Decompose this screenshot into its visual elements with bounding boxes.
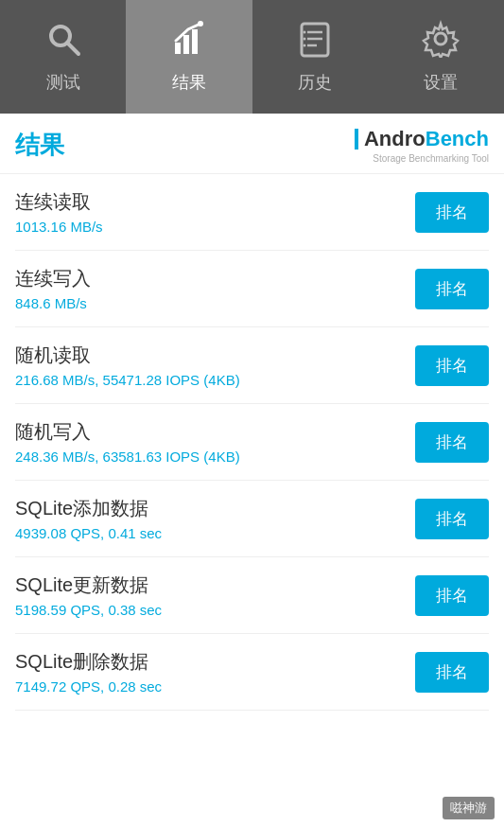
brand-name-andro: Andro [364, 127, 426, 150]
result-info: 连续读取 1013.16 MB/s [15, 189, 404, 235]
svg-point-13 [435, 33, 446, 44]
nav-item-history[interactable]: 历史 [252, 0, 378, 114]
page-title: 结果 [15, 129, 64, 162]
result-value: 216.68 MB/s, 55471.28 IOPS (4KB) [15, 372, 404, 388]
page-header: 结果 AndroBench Storage Benchmarking Tool [0, 114, 504, 174]
brand-accent [355, 129, 358, 150]
nav-label-results: 结果 [172, 71, 206, 94]
result-info: 连续写入 848.6 MB/s [15, 266, 404, 311]
result-item: 连续写入 848.6 MB/s 排名 [15, 251, 489, 327]
result-value: 4939.08 QPS, 0.41 sec [15, 525, 404, 541]
result-item: SQLite更新数据 5198.59 QPS, 0.38 sec 排名 [15, 557, 489, 634]
result-info: SQLite添加数据 4939.08 QPS, 0.41 sec [15, 496, 404, 541]
result-name: 连续写入 [15, 266, 404, 291]
result-name: SQLite更新数据 [15, 572, 404, 598]
history-icon [296, 20, 334, 63]
nav-item-test[interactable]: 测试 [0, 0, 126, 114]
result-value: 7149.72 QPS, 0.28 sec [15, 678, 404, 695]
brand-name: AndroBench [364, 127, 489, 151]
search-icon [44, 20, 82, 63]
chart-icon [170, 20, 208, 63]
results-list: 连续读取 1013.16 MB/s 排名 连续写入 848.6 MB/s 排名 … [0, 174, 504, 711]
result-item: 连续读取 1013.16 MB/s 排名 [15, 174, 489, 251]
result-value: 848.6 MB/s [15, 295, 404, 311]
svg-point-5 [198, 21, 203, 26]
result-value: 1013.16 MB/s [15, 219, 404, 235]
brand-tagline: Storage Benchmarking Tool [355, 153, 489, 164]
result-name: SQLite添加数据 [15, 496, 404, 521]
brand-logo: AndroBench Storage Benchmarking Tool [355, 127, 489, 164]
rank-button[interactable]: 排名 [415, 345, 489, 386]
result-item: 随机写入 248.36 MB/s, 63581.63 IOPS (4KB) 排名 [15, 404, 489, 481]
result-name: 连续读取 [15, 189, 404, 215]
svg-rect-3 [183, 35, 189, 54]
nav-label-settings: 设置 [424, 71, 458, 94]
nav-item-settings[interactable]: 设置 [378, 0, 504, 114]
result-value: 5198.59 QPS, 0.38 sec [15, 602, 404, 618]
nav-item-results[interactable]: 结果 [126, 0, 252, 114]
rank-button[interactable]: 排名 [415, 192, 489, 233]
result-name: SQLite删除数据 [15, 649, 404, 675]
result-item: SQLite删除数据 7149.72 QPS, 0.28 sec 排名 [15, 634, 489, 711]
svg-point-12 [304, 44, 306, 47]
svg-point-11 [304, 38, 306, 41]
result-value: 248.36 MB/s, 63581.63 IOPS (4KB) [15, 449, 404, 465]
result-item: 随机读取 216.68 MB/s, 55471.28 IOPS (4KB) 排名 [15, 327, 489, 404]
rank-button[interactable]: 排名 [415, 575, 489, 616]
rank-button[interactable]: 排名 [415, 652, 489, 693]
result-info: 随机读取 216.68 MB/s, 55471.28 IOPS (4KB) [15, 343, 404, 388]
result-info: SQLite删除数据 7149.72 QPS, 0.28 sec [15, 649, 404, 695]
rank-button[interactable]: 排名 [415, 422, 489, 463]
rank-button[interactable]: 排名 [415, 499, 489, 539]
result-name: 随机写入 [15, 419, 404, 445]
svg-line-1 [67, 43, 78, 54]
result-item: SQLite添加数据 4939.08 QPS, 0.41 sec 排名 [15, 481, 489, 557]
nav-label-test: 测试 [46, 71, 80, 94]
nav-label-history: 历史 [298, 71, 332, 94]
svg-point-10 [304, 31, 306, 34]
watermark: 嗞神游 [443, 797, 495, 819]
svg-rect-2 [175, 43, 181, 54]
svg-rect-4 [192, 29, 198, 54]
brand-name-bench: Bench [426, 127, 489, 150]
result-info: 随机写入 248.36 MB/s, 63581.63 IOPS (4KB) [15, 419, 404, 465]
top-nav: 测试 结果 历史 [0, 0, 504, 114]
result-name: 随机读取 [15, 343, 404, 368]
result-info: SQLite更新数据 5198.59 QPS, 0.38 sec [15, 572, 404, 618]
rank-button[interactable]: 排名 [415, 269, 489, 309]
settings-icon [422, 20, 460, 63]
